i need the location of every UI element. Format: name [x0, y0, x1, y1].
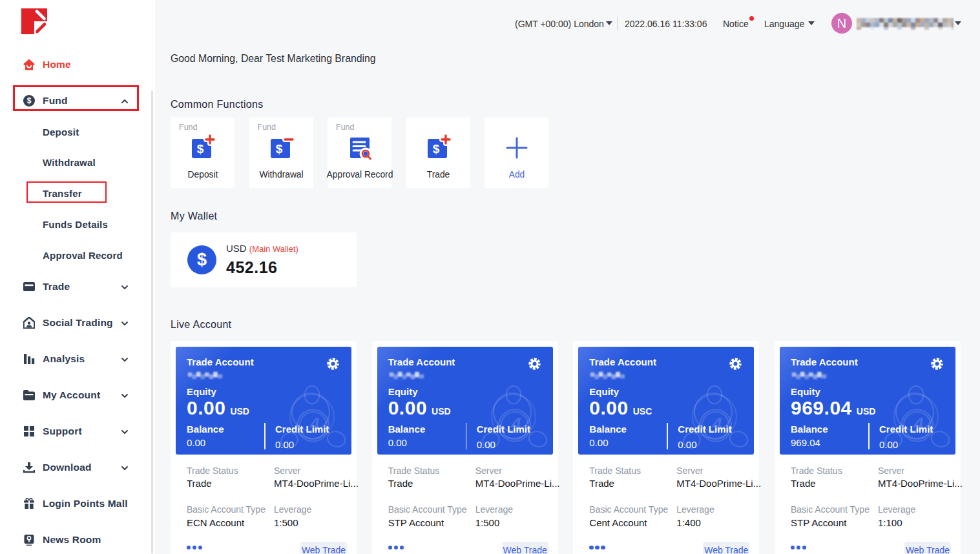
svg-text:$: $	[432, 142, 439, 156]
svg-text:$: $	[275, 142, 282, 156]
svg-text:4: 4	[913, 414, 924, 434]
svg-text:$: $	[27, 96, 32, 105]
svg-text:4: 4	[712, 414, 723, 434]
svg-text:$: $	[197, 142, 204, 156]
svg-text:4: 4	[309, 414, 320, 434]
svg-text:4: 4	[510, 414, 521, 434]
